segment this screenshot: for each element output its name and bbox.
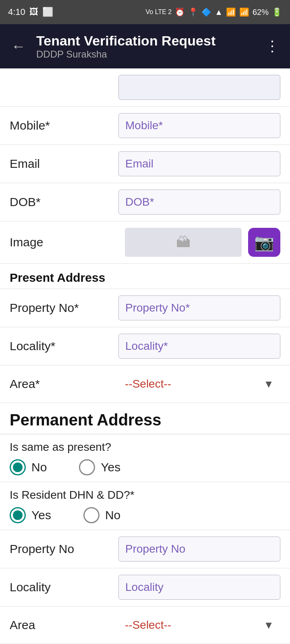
status-time: 4:10 🖼 ⬜ bbox=[8, 7, 53, 17]
form-content: Mobile* Email DOB* Image 🏔 📷 Present Add… bbox=[0, 68, 290, 644]
dob-label: DOB* bbox=[10, 195, 118, 209]
radio-yes-label: Yes bbox=[101, 460, 120, 474]
image-placeholder: 🏔 bbox=[125, 228, 242, 257]
mobile-input[interactable] bbox=[118, 113, 280, 138]
status-bar: 4:10 🖼 ⬜ Vo LTE 2 ⏰ 📍 🔷 ▲ 📶 📶 62% 🔋 bbox=[0, 0, 290, 24]
perm-locality-input[interactable] bbox=[118, 575, 280, 600]
back-button[interactable]: ← bbox=[8, 35, 29, 58]
present-area-arrow: ▼ bbox=[263, 378, 274, 390]
status-icons: Vo LTE 2 ⏰ 📍 🔷 ▲ 📶 📶 62% 🔋 bbox=[146, 7, 282, 17]
same-as-present-options: No Yes bbox=[10, 459, 280, 475]
permanent-address-header: Permanent Address bbox=[0, 403, 290, 434]
dob-input[interactable] bbox=[118, 190, 280, 215]
camera-icon: 📷 bbox=[254, 233, 274, 252]
image-placeholder-icon: 🏔 bbox=[176, 234, 191, 251]
present-address-header: Present Address bbox=[0, 264, 290, 289]
mobile-row: Mobile* bbox=[0, 107, 290, 145]
app-bar: ← Tenant Verification Request DDDP Surak… bbox=[0, 24, 290, 68]
perm-locality-row: Locality bbox=[0, 568, 290, 607]
present-locality-label: Locality* bbox=[10, 339, 118, 353]
present-area-select[interactable]: --Select-- ▼ bbox=[118, 372, 280, 396]
email-label: Email bbox=[10, 157, 118, 171]
resident-dhn-row: Is Resident DHN & DD?* Yes No bbox=[0, 482, 290, 530]
perm-property-no-input[interactable] bbox=[118, 537, 280, 561]
present-property-no-label: Property No* bbox=[10, 301, 118, 315]
radio-dhn-yes-label: Yes bbox=[31, 508, 51, 522]
present-property-no-input[interactable] bbox=[118, 295, 280, 320]
perm-area-label: Area bbox=[10, 618, 118, 632]
image-row: Image 🏔 📷 bbox=[0, 221, 290, 264]
perm-locality-label: Locality bbox=[10, 580, 118, 594]
same-as-present-no[interactable]: No bbox=[10, 459, 47, 475]
image-label: Image bbox=[10, 235, 118, 249]
perm-area-select[interactable]: --Select-- ▼ bbox=[118, 613, 280, 637]
top-partial-input[interactable] bbox=[118, 75, 280, 100]
radio-dhn-no-label: No bbox=[105, 508, 120, 522]
radio-yes-circle bbox=[79, 459, 95, 475]
perm-property-no-label: Property No bbox=[10, 542, 118, 556]
radio-no-label: No bbox=[31, 460, 47, 474]
app-bar-subtitle: DDDP Suraksha bbox=[36, 49, 255, 60]
present-locality-row: Locality* bbox=[0, 327, 290, 365]
menu-button[interactable]: ⋮ bbox=[262, 35, 282, 58]
resident-dhn-no[interactable]: No bbox=[83, 507, 120, 523]
camera-button[interactable]: 📷 bbox=[248, 228, 280, 257]
resident-dhn-options: Yes No bbox=[10, 507, 280, 523]
present-area-row: Area* --Select-- ▼ bbox=[0, 365, 290, 403]
email-row: Email bbox=[0, 145, 290, 183]
present-locality-input[interactable] bbox=[118, 334, 280, 359]
perm-property-no-row: Property No bbox=[0, 530, 290, 568]
top-partial-row bbox=[0, 68, 290, 107]
radio-dhn-yes-circle bbox=[10, 507, 26, 523]
present-area-label: Area* bbox=[10, 377, 118, 391]
app-bar-title: Tenant Verification Request bbox=[36, 33, 255, 49]
perm-area-value: --Select-- bbox=[125, 619, 171, 632]
radio-no-circle bbox=[10, 459, 26, 475]
resident-dhn-label: Is Resident DHN & DD?* bbox=[10, 489, 280, 502]
same-as-present-yes[interactable]: Yes bbox=[79, 459, 120, 475]
app-bar-titles: Tenant Verification Request DDDP Suraksh… bbox=[36, 33, 255, 60]
present-property-no-row: Property No* bbox=[0, 289, 290, 327]
same-as-present-label: Is same as present? bbox=[10, 441, 280, 454]
radio-dhn-no-circle bbox=[83, 507, 99, 523]
perm-area-row: Area --Select-- ▼ bbox=[0, 607, 290, 644]
same-as-present-row: Is same as present? No Yes bbox=[0, 434, 290, 482]
present-area-value: --Select-- bbox=[125, 378, 171, 390]
mobile-label: Mobile* bbox=[10, 119, 118, 132]
perm-area-arrow: ▼ bbox=[263, 619, 274, 632]
dob-row: DOB* bbox=[0, 183, 290, 221]
resident-dhn-yes[interactable]: Yes bbox=[10, 507, 51, 523]
email-input[interactable] bbox=[118, 151, 280, 176]
